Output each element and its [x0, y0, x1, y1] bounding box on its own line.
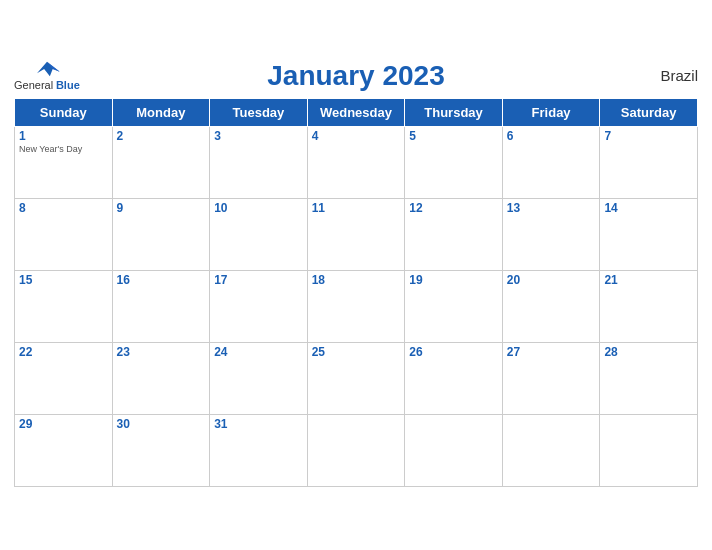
calendar-cell-w4-d7: 28	[600, 342, 698, 414]
calendar-container: General Blue January 2023 Brazil Sunday …	[0, 50, 712, 501]
week-row-2: 891011121314	[15, 198, 698, 270]
calendar-body: 1New Year's Day2345678910111213141516171…	[15, 126, 698, 486]
calendar-header: General Blue January 2023 Brazil	[14, 60, 698, 92]
calendar-cell-w1-d6: 6	[502, 126, 600, 198]
calendar-cell-w4-d3: 24	[210, 342, 308, 414]
calendar-cell-w2-d2: 9	[112, 198, 210, 270]
day-number: 1	[19, 129, 108, 143]
logo-area: General Blue	[14, 59, 80, 91]
calendar-cell-w2-d7: 14	[600, 198, 698, 270]
week-row-4: 22232425262728	[15, 342, 698, 414]
calendar-cell-w3-d5: 19	[405, 270, 503, 342]
day-number: 14	[604, 201, 693, 215]
logo-general-text: General	[14, 79, 53, 91]
holiday-label: New Year's Day	[19, 144, 108, 154]
logo-bird-icon	[32, 59, 62, 79]
week-row-1: 1New Year's Day234567	[15, 126, 698, 198]
calendar-cell-w5-d4	[307, 414, 405, 486]
calendar-cell-w1-d1: 1New Year's Day	[15, 126, 113, 198]
day-number: 27	[507, 345, 596, 359]
calendar-cell-w4-d6: 27	[502, 342, 600, 414]
day-number: 13	[507, 201, 596, 215]
day-number: 17	[214, 273, 303, 287]
day-number: 5	[409, 129, 498, 143]
calendar-cell-w5-d7	[600, 414, 698, 486]
weekday-tuesday: Tuesday	[210, 98, 308, 126]
day-number: 30	[117, 417, 206, 431]
calendar-cell-w5-d6	[502, 414, 600, 486]
calendar-cell-w1-d3: 3	[210, 126, 308, 198]
day-number: 21	[604, 273, 693, 287]
weekday-wednesday: Wednesday	[307, 98, 405, 126]
calendar-cell-w1-d2: 2	[112, 126, 210, 198]
weekday-sunday: Sunday	[15, 98, 113, 126]
day-number: 16	[117, 273, 206, 287]
day-number: 9	[117, 201, 206, 215]
svg-marker-0	[37, 62, 60, 76]
day-number: 8	[19, 201, 108, 215]
calendar-cell-w2-d3: 10	[210, 198, 308, 270]
weekday-header-row: Sunday Monday Tuesday Wednesday Thursday…	[15, 98, 698, 126]
day-number: 18	[312, 273, 401, 287]
calendar-cell-w1-d4: 4	[307, 126, 405, 198]
calendar-cell-w4-d2: 23	[112, 342, 210, 414]
calendar-cell-w4-d1: 22	[15, 342, 113, 414]
calendar-cell-w3-d1: 15	[15, 270, 113, 342]
day-number: 7	[604, 129, 693, 143]
day-number: 2	[117, 129, 206, 143]
calendar-cell-w4-d5: 26	[405, 342, 503, 414]
calendar-cell-w3-d4: 18	[307, 270, 405, 342]
week-row-3: 15161718192021	[15, 270, 698, 342]
calendar-title: January 2023	[267, 60, 444, 92]
calendar-cell-w1-d7: 7	[600, 126, 698, 198]
calendar-cell-w3-d3: 17	[210, 270, 308, 342]
day-number: 28	[604, 345, 693, 359]
calendar-cell-w4-d4: 25	[307, 342, 405, 414]
day-number: 23	[117, 345, 206, 359]
day-number: 12	[409, 201, 498, 215]
calendar-thead: Sunday Monday Tuesday Wednesday Thursday…	[15, 98, 698, 126]
day-number: 29	[19, 417, 108, 431]
calendar-cell-w3-d7: 21	[600, 270, 698, 342]
day-number: 6	[507, 129, 596, 143]
calendar-table: Sunday Monday Tuesday Wednesday Thursday…	[14, 98, 698, 487]
day-number: 26	[409, 345, 498, 359]
weekday-thursday: Thursday	[405, 98, 503, 126]
day-number: 11	[312, 201, 401, 215]
week-row-5: 293031	[15, 414, 698, 486]
calendar-cell-w5-d3: 31	[210, 414, 308, 486]
calendar-cell-w5-d5	[405, 414, 503, 486]
day-number: 24	[214, 345, 303, 359]
day-number: 3	[214, 129, 303, 143]
logo-blue-text: Blue	[56, 79, 80, 91]
calendar-cell-w1-d5: 5	[405, 126, 503, 198]
day-number: 19	[409, 273, 498, 287]
calendar-cell-w5-d2: 30	[112, 414, 210, 486]
calendar-cell-w3-d2: 16	[112, 270, 210, 342]
calendar-cell-w3-d6: 20	[502, 270, 600, 342]
calendar-cell-w2-d4: 11	[307, 198, 405, 270]
calendar-cell-w2-d5: 12	[405, 198, 503, 270]
day-number: 22	[19, 345, 108, 359]
day-number: 31	[214, 417, 303, 431]
day-number: 25	[312, 345, 401, 359]
calendar-cell-w2-d6: 13	[502, 198, 600, 270]
day-number: 4	[312, 129, 401, 143]
calendar-cell-w2-d1: 8	[15, 198, 113, 270]
day-number: 10	[214, 201, 303, 215]
weekday-friday: Friday	[502, 98, 600, 126]
weekday-saturday: Saturday	[600, 98, 698, 126]
day-number: 15	[19, 273, 108, 287]
country-label: Brazil	[660, 67, 698, 84]
day-number: 20	[507, 273, 596, 287]
weekday-monday: Monday	[112, 98, 210, 126]
calendar-cell-w5-d1: 29	[15, 414, 113, 486]
